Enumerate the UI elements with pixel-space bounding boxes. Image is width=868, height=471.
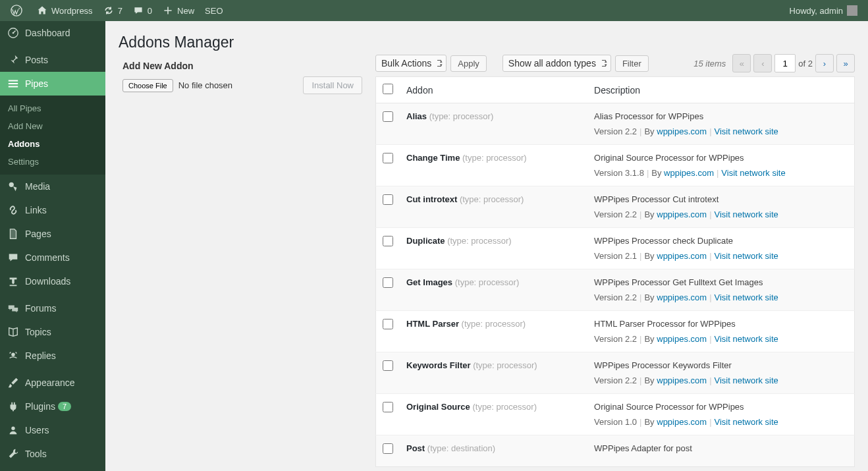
author-link[interactable]: wppipes.com: [664, 168, 714, 178]
submenu-add-new[interactable]: Add New: [0, 117, 105, 135]
menu-tools[interactable]: Tools: [0, 442, 105, 466]
menu-plugins[interactable]: Plugins7: [0, 395, 105, 418]
link-icon: [7, 204, 20, 217]
menu-comments[interactable]: Comments: [0, 246, 105, 269]
avatar-icon: [847, 5, 857, 16]
items-count: 15 items: [693, 59, 726, 69]
row-checkbox[interactable]: [383, 319, 393, 329]
comments-link[interactable]: 0: [128, 0, 157, 21]
page-of-text: of 2: [798, 59, 813, 69]
network-site-link[interactable]: Visit network site: [715, 334, 778, 344]
network-site-link[interactable]: Visit network site: [715, 375, 778, 385]
install-now-button[interactable]: Install Now: [303, 76, 362, 94]
row-checkbox[interactable]: [383, 402, 393, 412]
menu-dashboard[interactable]: Dashboard: [0, 21, 105, 45]
menu-posts[interactable]: Posts: [0, 48, 105, 72]
author-link[interactable]: wppipes.com: [657, 251, 707, 261]
row-checkbox[interactable]: [383, 153, 393, 163]
menu-links[interactable]: Links: [0, 198, 105, 222]
submenu-addons[interactable]: Addons: [0, 135, 105, 153]
addon-description: WPPipes Processor Cut introtext: [594, 194, 848, 204]
author-link[interactable]: wppipes.com: [657, 126, 707, 136]
network-site-link[interactable]: Visit network site: [721, 168, 785, 178]
addon-description: Alias Processor for WPPipes: [594, 111, 848, 121]
user-menu[interactable]: Howdy, admin: [784, 0, 863, 21]
apply-button[interactable]: Apply: [450, 55, 487, 72]
network-site-link[interactable]: Visit network site: [715, 126, 778, 136]
author-link[interactable]: wppipes.com: [657, 334, 707, 344]
new-content-link[interactable]: New: [157, 0, 200, 21]
menu-pages[interactable]: Pages: [0, 222, 105, 246]
author-link[interactable]: wppipes.com: [657, 209, 707, 219]
menu-users[interactable]: Users: [0, 418, 105, 442]
menu-media[interactable]: Media: [0, 175, 105, 198]
addon-meta: Version 2.2|By wppipes.com|Visit network…: [594, 209, 848, 219]
row-checkbox[interactable]: [383, 360, 393, 371]
addon-meta: Version 3.1.8|By wppipes.com|Visit netwo…: [594, 168, 848, 178]
col-addon[interactable]: Addon: [400, 77, 587, 103]
bulk-actions-select[interactable]: Bulk Actions▴▾: [375, 55, 447, 72]
addon-name[interactable]: Keywords Filter: [406, 360, 471, 370]
wp-logo[interactable]: [5, 0, 32, 21]
addon-name[interactable]: Post: [406, 443, 425, 453]
filter-button[interactable]: Filter: [615, 55, 649, 72]
row-checkbox[interactable]: [383, 236, 393, 246]
addons-table: Addon Description Alias (type: processor…: [375, 76, 855, 467]
submenu-all-pipes[interactable]: All Pipes: [0, 99, 105, 117]
home-icon: [37, 5, 47, 16]
updates-link[interactable]: 7: [98, 0, 128, 21]
row-checkbox[interactable]: [383, 111, 393, 122]
seo-link[interactable]: SEO: [200, 0, 228, 21]
addon-name[interactable]: Change Time: [406, 153, 460, 163]
forums-icon: [7, 302, 20, 315]
row-checkbox[interactable]: [383, 277, 393, 288]
prev-page-button[interactable]: ‹: [753, 54, 772, 72]
select-all-checkbox[interactable]: [383, 84, 393, 94]
last-page-button[interactable]: »: [836, 54, 855, 72]
menu-replies[interactable]: Replies: [0, 344, 105, 368]
addon-name[interactable]: HTML Parser: [406, 319, 459, 329]
addon-description: HTML Parser Processor for WPPipes: [594, 319, 848, 329]
network-site-link[interactable]: Visit network site: [715, 251, 778, 261]
addon-meta: Version 2.2|By wppipes.com|Visit network…: [594, 334, 848, 344]
addon-type-filter-select[interactable]: Show all addon types▴▾: [502, 55, 611, 72]
refresh-icon: [103, 5, 114, 16]
howdy-text: Howdy, admin: [790, 6, 843, 16]
addon-description: WPPipes Processor check Duplicate: [594, 236, 848, 246]
menu-downloads[interactable]: Downloads: [0, 269, 105, 293]
addon-name[interactable]: Original Source: [406, 402, 470, 412]
menu-appearance[interactable]: Appearance: [0, 371, 105, 395]
network-site-link[interactable]: Visit network site: [715, 417, 778, 427]
menu-forums[interactable]: Forums: [0, 296, 105, 320]
row-checkbox[interactable]: [383, 194, 393, 205]
main-content: Addons Manager Add New Addon Choose File…: [105, 21, 868, 471]
author-link[interactable]: wppipes.com: [657, 292, 707, 302]
choose-file-button[interactable]: Choose File: [122, 79, 173, 92]
menu-pipes[interactable]: Pipes: [0, 72, 105, 96]
submenu-settings[interactable]: Settings: [0, 153, 105, 171]
pipes-submenu: All Pipes Add New Addons Settings: [0, 96, 105, 175]
addon-name[interactable]: Alias: [406, 111, 427, 121]
network-site-link[interactable]: Visit network site: [715, 209, 778, 219]
addon-name[interactable]: Cut introtext: [406, 194, 457, 204]
network-site-link[interactable]: Visit network site: [715, 292, 778, 302]
svg-point-3: [9, 182, 14, 187]
plus-icon: [163, 5, 173, 16]
addon-type: (type: processor): [462, 153, 527, 163]
addon-description: WPPipes Processor Get Fulltext Get Image…: [594, 277, 848, 287]
plugins-badge: 7: [58, 402, 71, 411]
comment-icon: [133, 5, 144, 16]
author-link[interactable]: wppipes.com: [657, 375, 707, 385]
author-link[interactable]: wppipes.com: [657, 417, 707, 427]
table-row: Get Images (type: processor) WPPipes Pro…: [376, 269, 855, 311]
menu-topics[interactable]: Topics: [0, 320, 105, 344]
first-page-button[interactable]: «: [732, 54, 751, 72]
addon-name[interactable]: Get Images: [406, 277, 452, 287]
current-page-input[interactable]: [774, 54, 796, 72]
col-description[interactable]: Description: [587, 77, 854, 103]
site-name-link[interactable]: Wordpress: [32, 0, 98, 21]
row-checkbox[interactable]: [383, 443, 393, 454]
addon-meta: Version 2.2|By wppipes.com|Visit network…: [594, 292, 848, 302]
addon-name[interactable]: Duplicate: [406, 236, 445, 246]
next-page-button[interactable]: ›: [815, 54, 834, 72]
